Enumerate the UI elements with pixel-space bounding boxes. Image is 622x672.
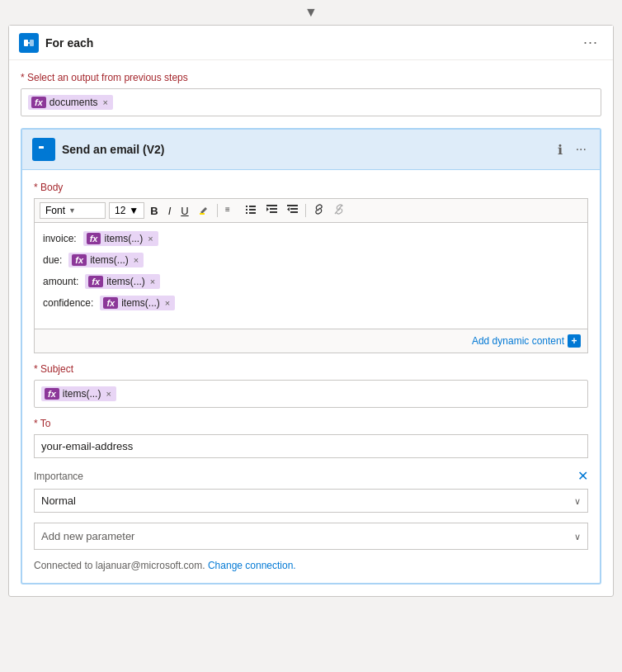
svg-rect-14 (249, 212, 256, 214)
subject-pill-close[interactable]: × (106, 389, 111, 399)
svg-rect-21 (290, 211, 298, 213)
due-pill-close[interactable]: × (134, 255, 139, 265)
to-label: * To (34, 418, 588, 429)
email-card-actions: ℹ ··· (554, 140, 590, 159)
svg-rect-13 (246, 212, 247, 214)
top-arrow: ▼ (0, 0, 622, 25)
for-each-body: * Select an output from previous steps f… (9, 60, 613, 596)
unordered-list-button[interactable] (242, 202, 261, 219)
link-button[interactable] (309, 202, 328, 219)
email-card-body: * Body Font ▼ 12 ▼ B I U (22, 170, 600, 583)
documents-pill-close[interactable]: × (102, 97, 107, 107)
due-pill: fx items(...) × (68, 253, 144, 267)
body-line-due: due: fx items(...) × (43, 253, 579, 267)
bold-button[interactable]: B (146, 203, 162, 219)
confidence-fx-icon: fx (103, 297, 118, 309)
documents-fx-icon: fx (31, 97, 46, 108)
add-param-wrapper: Add new parameter ∨ (34, 523, 588, 550)
svg-marker-22 (287, 207, 290, 211)
invoice-label: invoice: (43, 233, 77, 244)
for-each-header: For each ··· (9, 26, 613, 60)
for-each-icon (19, 33, 39, 53)
importance-select[interactable]: Normal High Low (35, 490, 587, 512)
for-each-title: For each (45, 36, 578, 50)
amount-pill: fx items(...) × (85, 274, 160, 289)
body-editor[interactable]: invoice: fx items(...) × due: fx (34, 222, 588, 329)
size-chevron-icon: ▼ (129, 205, 139, 216)
font-size-dropdown[interactable]: 12 ▼ (109, 202, 144, 219)
outdent-icon (287, 204, 298, 215)
svg-rect-15 (266, 205, 277, 206)
email-card: Send an email (V2) ℹ ··· * Body Font ▼ (21, 128, 601, 584)
importance-header: Importance ✕ (34, 468, 588, 484)
confidence-pill-value: items(...) (121, 297, 160, 309)
svg-rect-9 (246, 206, 247, 207)
highlight-button[interactable] (195, 202, 214, 219)
importance-section: Importance ✕ Normal High Low ∨ (34, 468, 588, 513)
subject-pill: fx items(...) × (41, 386, 116, 401)
ordered-list-icon: ≡ (225, 204, 236, 215)
svg-rect-11 (246, 209, 247, 211)
font-dropdown[interactable]: Font ▼ (40, 202, 106, 219)
connected-text: Connected to lajanuar@microsoft.com. (34, 560, 205, 571)
outdent-button[interactable] (283, 202, 302, 219)
importance-close-button[interactable]: ✕ (577, 468, 588, 484)
size-label: 12 (115, 205, 125, 216)
email-card-ellipsis-button[interactable]: ··· (573, 140, 590, 159)
invoice-fx-icon: fx (87, 233, 101, 244)
body-label: * Body (34, 182, 588, 193)
svg-rect-0 (24, 40, 28, 46)
select-output-input[interactable]: fx documents × (21, 88, 601, 116)
svg-rect-16 (270, 208, 277, 210)
loop-icon (23, 37, 35, 49)
due-label: due: (43, 254, 62, 266)
highlight-icon (199, 204, 210, 215)
ordered-list-button[interactable]: ≡ (221, 202, 240, 219)
importance-label: Importance (34, 471, 83, 482)
unlink-button[interactable] (330, 202, 349, 219)
body-section: * Body Font ▼ 12 ▼ B I U (34, 182, 588, 353)
add-dynamic-button[interactable]: Add dynamic content + (472, 334, 581, 348)
link-icon (313, 204, 324, 215)
documents-pill: fx documents × (28, 95, 113, 110)
toolbar-separator-1 (217, 204, 218, 217)
confidence-pill-close[interactable]: × (165, 298, 170, 308)
outlook-svg (35, 141, 52, 158)
add-dynamic-section: Add dynamic content + (34, 329, 588, 353)
due-pill-value: items(...) (90, 254, 129, 266)
svg-rect-4 (45, 146, 50, 148)
connected-section: Connected to lajanuar@microsoft.com. Cha… (34, 560, 588, 571)
outlook-icon (32, 138, 55, 161)
for-each-container: For each ··· * Select an output from pre… (8, 25, 614, 597)
amount-pill-value: items(...) (106, 276, 145, 287)
rich-text-toolbar: Font ▼ 12 ▼ B I U (34, 198, 588, 222)
to-input[interactable] (34, 434, 588, 458)
add-param-select[interactable]: Add new parameter (35, 523, 587, 549)
body-line-confidence: confidence: fx items(...) × (43, 296, 579, 310)
indent-icon (266, 204, 277, 215)
for-each-ellipsis-button[interactable]: ··· (578, 32, 603, 53)
toolbar-separator-2 (305, 204, 306, 217)
importance-select-wrapper: Normal High Low ∨ (34, 489, 588, 513)
body-line-amount: amount: fx items(...) × (43, 274, 579, 289)
invoice-pill-value: items(...) (104, 233, 143, 244)
underline-button[interactable]: U (177, 203, 192, 219)
email-card-header: Send an email (V2) ℹ ··· (22, 130, 600, 170)
to-section: * To (34, 418, 588, 458)
subject-input[interactable]: fx items(...) × (34, 380, 588, 408)
svg-rect-3 (39, 146, 44, 149)
unlink-icon (334, 204, 345, 215)
add-dynamic-label: Add dynamic content (472, 335, 564, 347)
amount-pill-close[interactable]: × (150, 277, 155, 286)
change-connection-link[interactable]: Change connection. (208, 560, 296, 571)
svg-rect-20 (290, 208, 298, 210)
indent-button[interactable] (262, 202, 281, 219)
confidence-label: confidence: (43, 297, 93, 309)
info-button[interactable]: ℹ (554, 140, 566, 159)
body-line-invoice: invoice: fx items(...) × (43, 231, 579, 246)
invoice-pill-close[interactable]: × (148, 234, 153, 244)
italic-button[interactable]: I (164, 203, 176, 219)
svg-rect-12 (249, 209, 256, 211)
svg-rect-2 (37, 144, 45, 154)
confidence-pill: fx items(...) × (100, 296, 175, 310)
